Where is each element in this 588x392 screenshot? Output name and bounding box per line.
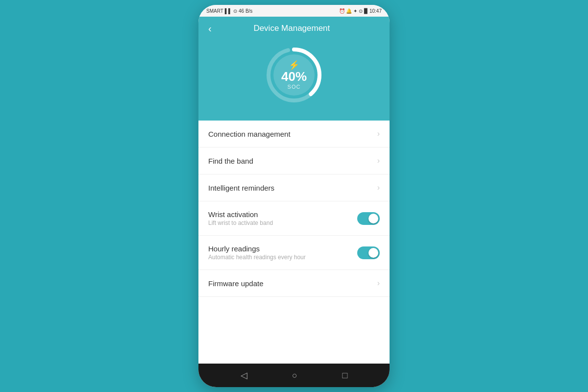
- status-left: SMART ▌▌ ⊙ 46 B/s: [206, 8, 252, 14]
- app-content: ‹ Device Management ⚡ 40%: [198, 17, 390, 364]
- menu-item-wrist-activation[interactable]: Wrist activation Lift wrist to activate …: [198, 201, 390, 236]
- intelligent-reminders-arrow: ›: [377, 183, 380, 192]
- battery-container: ⚡ 40% SOC: [198, 38, 390, 109]
- header-section: ‹ Device Management ⚡ 40%: [198, 17, 390, 121]
- carrier-label: SMART: [206, 8, 223, 14]
- phone-container: SMART ▌▌ ⊙ 46 B/s ⏰ 🔔 ✦ ⊙ ▉ 10:47 ‹ Devi…: [198, 5, 390, 387]
- battery-inner: ⚡ 40% SOC: [281, 61, 307, 90]
- menu-list: Connection management › Find the band › …: [198, 121, 390, 364]
- wrist-activation-toggle-switch[interactable]: [357, 212, 380, 225]
- find-the-band-arrow: ›: [377, 156, 380, 165]
- connection-management-arrow: ›: [377, 129, 380, 138]
- connection-management-title: Connection management: [208, 130, 291, 138]
- nav-home-icon[interactable]: ○: [292, 370, 297, 381]
- battery-icon: ▉: [364, 8, 368, 14]
- intelligent-reminders-title: Intelligent reminders: [208, 184, 274, 192]
- battery-soc-label: SOC: [281, 83, 307, 89]
- time-label: 10:47: [369, 8, 382, 14]
- hourly-readings-title: Hourly readings: [208, 245, 306, 253]
- page-title: Device Management: [218, 24, 380, 33]
- firmware-update-arrow: ›: [377, 279, 380, 288]
- menu-item-intelligent-reminders[interactable]: Intelligent reminders ›: [198, 174, 390, 201]
- status-bar: SMART ▌▌ ⊙ 46 B/s ⏰ 🔔 ✦ ⊙ ▉ 10:47: [198, 5, 390, 17]
- hourly-readings-toggle-switch[interactable]: [357, 246, 380, 259]
- data-speed: 46 B/s: [239, 8, 252, 14]
- firmware-update-title: Firmware update: [208, 279, 264, 288]
- top-bar: ‹ Device Management: [198, 17, 390, 38]
- menu-item-find-the-band[interactable]: Find the band ›: [198, 147, 390, 174]
- nav-recent-icon[interactable]: □: [342, 370, 347, 381]
- battery-circle: ⚡ 40% SOC: [262, 43, 326, 107]
- battery-percent: 40%: [281, 70, 307, 84]
- back-button[interactable]: ‹: [208, 24, 212, 33]
- find-the-band-title: Find the band: [208, 157, 253, 165]
- menu-item-hourly-readings[interactable]: Hourly readings Automatic health reading…: [198, 236, 390, 270]
- status-right: ⏰ 🔔 ✦ ⊙ ▉ 10:47: [339, 8, 382, 14]
- menu-item-firmware-update[interactable]: Firmware update ›: [198, 270, 390, 297]
- wrist-activation-title: Wrist activation: [208, 210, 273, 219]
- menu-item-connection-management[interactable]: Connection management ›: [198, 121, 390, 147]
- wrist-activation-subtitle: Lift wrist to activate band: [208, 220, 273, 226]
- battery-bolt-icon: ⚡: [281, 61, 307, 70]
- status-icons: ⏰ 🔔 ✦ ⊙: [339, 8, 363, 14]
- hourly-readings-subtitle: Automatic health readings every hour: [208, 254, 306, 261]
- wifi-icon: ⊙: [233, 8, 237, 14]
- signal-icon: ▌▌: [225, 8, 232, 14]
- nav-back-icon[interactable]: ◁: [241, 370, 247, 381]
- wrist-activation-toggle[interactable]: [357, 212, 380, 225]
- hourly-readings-toggle[interactable]: [357, 246, 380, 259]
- nav-bar: ◁ ○ □: [198, 364, 390, 387]
